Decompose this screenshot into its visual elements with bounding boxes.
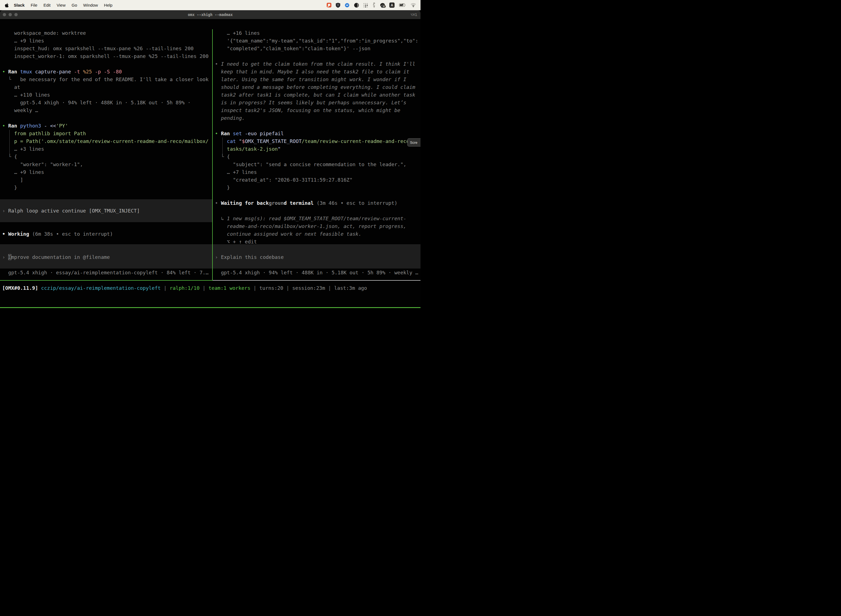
terminal-line: … +9 lines: [2, 37, 212, 45]
terminal-line: cat "$OMX_TEAM_STATE_ROOT/team/review-cu…: [215, 138, 420, 145]
terminal-line: inspect_hud: omx sparkshell --tmux-pane …: [2, 45, 212, 53]
ralph-loop-message: › Ralph loop active continue [OMX_TMUX_I…: [2, 207, 140, 215]
terminal-line: [2, 60, 212, 68]
terminal-line: weekly …: [2, 107, 212, 114]
terminal-line: [2, 114, 212, 122]
terminal-line: └ {: [2, 153, 212, 161]
terminal-line: … +7 lines: [215, 168, 420, 176]
stats-glyph-icon[interactable]: [372, 3, 376, 8]
window-shortcut-hint: ⌥⌘1: [410, 10, 417, 19]
menu-item-view[interactable]: View: [54, 3, 69, 7]
terminal-line: }: [215, 184, 420, 192]
menu-item-file[interactable]: File: [28, 3, 40, 7]
tmux-status-bar: [omx-cczip0:bash* "MacBook-Pro-44.local"…: [0, 307, 420, 308]
right-pane-border: [213, 280, 420, 281]
terminal-line: '{"team_name":"my-team","task_id":"1","f…: [215, 37, 420, 45]
terminal-line: … +16 lines: [215, 29, 420, 37]
window-title: omx --xhigh --madmax: [0, 10, 420, 19]
menu-item-edit[interactable]: Edit: [40, 3, 54, 7]
terminal-line: "completed","claim_token":"claim-token"}…: [215, 45, 420, 53]
screen-overlay-button[interactable]: Scre: [407, 138, 420, 147]
app-grid-icon[interactable]: [363, 3, 368, 7]
status-icons: ..61 A: [327, 3, 416, 8]
terminal-line: later. Using the same for transition mig…: [215, 76, 420, 84]
timer-badge-icon[interactable]: ..61: [380, 3, 385, 7]
input-source-label: A: [391, 3, 393, 7]
terminal-line: › Improve documentation in @filename: [2, 253, 110, 261]
terminal-line: inspect task2's JSON, focusing on the st…: [215, 107, 420, 114]
omx-status-line: [OMX#0.11.9] cczip/essay/ai-reimplementa…: [2, 284, 367, 292]
wifi-icon[interactable]: [410, 3, 416, 7]
menu-item-slack[interactable]: Slack: [11, 3, 28, 7]
terminal-line: workspace_mode: worktree: [2, 29, 212, 37]
menu-item-help[interactable]: Help: [101, 3, 116, 7]
terminal-line: … +9 lines: [2, 168, 212, 176]
terminal-line: … +3 lines: [2, 145, 212, 153]
tmux-session-label: [omx-cczip0:bash*: [2, 307, 53, 308]
input-source-icon[interactable]: A: [389, 3, 394, 8]
menu-item-go[interactable]: Go: [69, 3, 80, 7]
terminal-line: [215, 122, 420, 130]
terminal-line: › Ralph loop active continue [OMX_TMUX_I…: [2, 207, 140, 215]
timer-badge-count: ..61: [381, 5, 386, 8]
menu-item-window[interactable]: Window: [80, 3, 101, 7]
terminal-line: keep that in mind. Maybe I also need the…: [215, 68, 420, 76]
model-status-left: gpt-5.4 xhigh · essay/ai-reimplementatio…: [2, 269, 209, 277]
terminal-line: is in progress? It seems likely but perh…: [215, 99, 420, 107]
network-speed-icon[interactable]: [344, 3, 350, 8]
terminal-line: gpt-5.4 xhigh · 94% left · 488K in · 5.1…: [2, 99, 212, 107]
terminal-line: • I need to get the claim token from the…: [215, 60, 420, 68]
terminal-line: ↳ 1 new msg(s): read $OMX_TEAM_STATE_ROO…: [215, 215, 420, 223]
terminal-line: continue assigned work or next feasible …: [215, 230, 420, 238]
privacy-shield-icon[interactable]: [336, 3, 340, 8]
prompt-input-right[interactable]: › Explain this codebase: [215, 253, 284, 261]
left-pane-border: [0, 280, 212, 281]
right-pane-log: … +16 lines '{"team_name":"my-team","tas…: [215, 29, 420, 246]
terminal-line: tasks/task-2.json": [215, 145, 420, 153]
terminal-line: └ be necessary for the end of the README…: [2, 76, 212, 84]
terminal-line: "worker": "worker-1",: [2, 161, 212, 168]
terminal-line: }: [2, 184, 212, 192]
terminal-line: pending.: [215, 114, 420, 122]
terminal-line: • Waiting for background terminal (3m 46…: [215, 199, 420, 207]
apple-menu-icon[interactable]: [5, 3, 9, 7]
terminal-line: from pathlib import Path: [2, 130, 212, 138]
terminal-line: • Ran set -euo pipefail: [215, 130, 420, 138]
terminal-line: readme-and-reco/mailbox/worker-1.json, a…: [215, 223, 420, 230]
command-connector-line: [9, 130, 10, 154]
terminal-line: › Explain this codebase: [215, 253, 284, 261]
screen-overlay-label: Scre: [410, 141, 418, 145]
model-status-right: gpt-5.4 xhigh · 94% left · 488K in · 5.1…: [215, 269, 418, 277]
terminal-line: └ {: [215, 153, 420, 161]
tmux-host-time: "MacBook-Pro-44.local" 05:03 31-Mar-26: [305, 307, 419, 308]
terminal-line: • Ran python3 - <<'PY': [2, 122, 212, 130]
terminal-line: gpt-5.4 xhigh · essay/ai-reimplementatio…: [2, 269, 209, 277]
prompt-input-left[interactable]: › Improve documentation in @filename: [2, 253, 110, 261]
terminal-line: "subject": "send a concise recommendatio…: [215, 161, 420, 168]
terminal-line: [OMX#0.11.9] cczip/essay/ai-reimplementa…: [2, 284, 367, 292]
terminal-window: omx --xhigh --madmax ⌥⌘1 workspace_mode:…: [0, 10, 420, 308]
terminal-line: should send a message before completing …: [215, 84, 420, 91]
messages-app-icon[interactable]: [327, 3, 331, 7]
terminal-line: • Ran tmux capture-pane -t %25 -p -S -80: [2, 68, 212, 76]
working-status-left: • Working (6m 38s • esc to interrupt): [2, 230, 113, 238]
window-titlebar[interactable]: omx --xhigh --madmax ⌥⌘1: [0, 10, 420, 19]
terminal-content: workspace_mode: worktree … +9 lines insp…: [0, 29, 420, 308]
terminal-line: [215, 207, 420, 215]
terminal-line: gpt-5.4 xhigh · 94% left · 488K in · 5.1…: [215, 269, 418, 277]
battery-icon[interactable]: [399, 3, 406, 7]
terminal-line: "created_at": "2026-03-31T11:59:27.816Z": [215, 176, 420, 184]
app-menus: SlackFileEditViewGoWindowHelp: [11, 3, 116, 7]
launcher-crescent-icon[interactable]: [354, 3, 359, 8]
terminal-line: ]: [2, 176, 212, 184]
pane-divider[interactable]: [212, 29, 213, 281]
terminal-line: [215, 192, 420, 199]
terminal-line: [215, 53, 420, 60]
terminal-line: • Working (6m 38s • esc to interrupt): [2, 230, 113, 238]
terminal-line: task2 after task1 is complete, but can I…: [215, 91, 420, 99]
terminal-line: … +110 lines: [2, 91, 212, 99]
left-pane-log: workspace_mode: worktree … +9 lines insp…: [2, 29, 212, 192]
terminal-line: p = Path('.omx/state/team/review-current…: [2, 138, 212, 145]
app-menu-group: SlackFileEditViewGoWindowHelp: [3, 3, 116, 7]
terminal-line: inspect_worker-1: omx sparkshell --tmux-…: [2, 53, 212, 60]
